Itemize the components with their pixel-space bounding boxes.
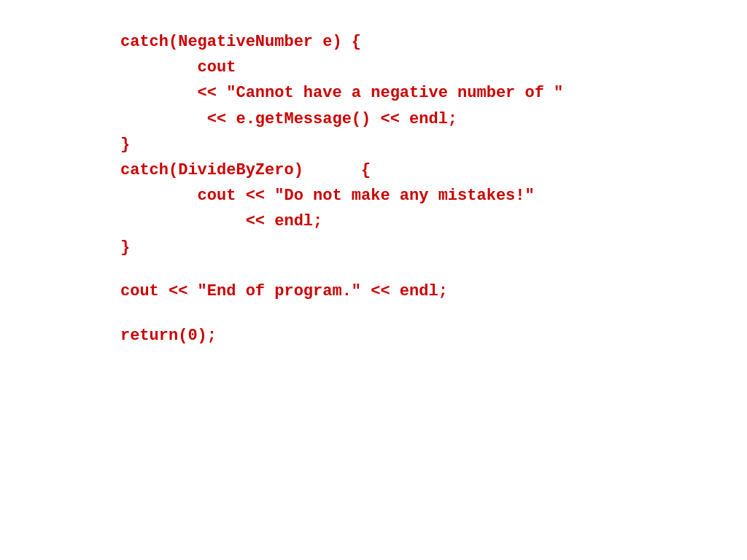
code-line-6: catch(DivideByZero) {: [120, 158, 747, 183]
code-line-3: << "Cannot have a negative number of ": [120, 80, 747, 106]
code-block: catch(NegativeNumber e) { cout << "Canno…: [0, 0, 747, 349]
code-line-5: }: [120, 132, 747, 158]
code-line-10: cout << "End of program." << endl;: [120, 279, 747, 304]
code-line-9: }: [120, 235, 747, 260]
blank-line-1: [120, 260, 747, 279]
code-line-11: return(0);: [120, 323, 747, 349]
code-line-4: << e.getMessage() << endl;: [120, 106, 747, 132]
code-line-8: << endl;: [120, 209, 747, 234]
blank-line-2: [120, 304, 747, 323]
code-line-7: cout << "Do not make any mistakes!": [120, 183, 747, 209]
code-line-2: cout: [120, 55, 747, 80]
code-line-1: catch(NegativeNumber e) {: [120, 29, 747, 55]
